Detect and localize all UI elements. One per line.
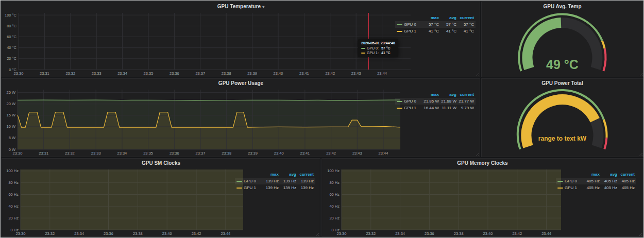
legend-value: 139 Hz	[279, 179, 296, 183]
panel-resize-handle[interactable]	[476, 152, 479, 156]
legend-sort-current[interactable]: current	[617, 172, 635, 177]
svg-text:23:30: 23:30	[14, 71, 24, 76]
legend-series-toggle[interactable]: GPU 0	[236, 179, 261, 183]
svg-text:23:39: 23:39	[247, 71, 257, 76]
legend-value: 139 Hz	[296, 179, 314, 183]
legend-header-row: maxavgcurrent	[235, 171, 315, 178]
tooltip-series-value: 41 °C	[381, 51, 391, 55]
tooltip-timestamp: 2020-05-01 23:44:48	[361, 41, 395, 45]
panel-menu-caret-icon[interactable]: ▾	[262, 5, 264, 9]
legend-value: 41 °C	[456, 29, 474, 33]
legend-series-toggle[interactable]: GPU 0	[557, 179, 582, 183]
svg-text:23:34: 23:34	[74, 231, 84, 236]
legend-series-toggle[interactable]: GPU 1	[397, 106, 421, 110]
svg-text:23:44: 23:44	[221, 231, 231, 236]
panel-title[interactable]: GPU Temperature	[217, 4, 261, 9]
legend-series-toggle[interactable]: GPU 0	[397, 99, 421, 104]
legend-sort-max[interactable]: max	[582, 172, 600, 177]
gauge-threshold-segment-2	[604, 138, 606, 149]
sm-clocks-chart[interactable]: 0 Hz20 Hz40 Hz60 Hz80 Hz100 Hz23:3023:32…	[3, 168, 244, 236]
series-color-dash-icon	[557, 181, 563, 182]
legend-value: 139 Hz	[279, 185, 296, 190]
panel-title[interactable]: GPU Avg. Temp	[543, 4, 581, 9]
panel-title-bar[interactable]: GPU SM Clocks	[2, 159, 320, 168]
power-usage-chart[interactable]: 0 W5 W10 W15 W20 W25 W23:3023:3123:3223:…	[3, 88, 401, 156]
svg-text:40 Hz: 40 Hz	[8, 204, 19, 209]
panel-title[interactable]: GPU Power Total	[541, 80, 583, 86]
svg-text:23:38: 23:38	[222, 151, 231, 156]
legend-sort-max[interactable]: max	[421, 15, 439, 20]
svg-text:20 W: 20 W	[6, 101, 15, 106]
legend-series-toggle[interactable]: GPU 1	[236, 185, 261, 190]
tooltip-row: GPU 0: 57 °C	[361, 46, 395, 50]
svg-text:23:34: 23:34	[117, 71, 127, 76]
memory-clocks-chart[interactable]: 0 Hz20 Hz40 Hz60 Hz80 Hz100 Hz23:3023:32…	[323, 168, 562, 236]
panel-title[interactable]: GPU Memory Clocks	[457, 160, 507, 166]
svg-text:23:42: 23:42	[512, 231, 522, 236]
svg-text:23:43: 23:43	[351, 71, 361, 76]
svg-text:23:36: 23:36	[170, 71, 179, 76]
svg-text:15 W: 15 W	[6, 113, 15, 117]
legend-series-toggle[interactable]: GPU 1	[397, 29, 421, 33]
timeseries-svg: 0 Hz20 Hz40 Hz60 Hz80 Hz100 Hz23:3023:32…	[3, 168, 244, 236]
svg-text:23:42: 23:42	[326, 151, 336, 156]
panel-title-bar[interactable]: GPU Temperature▾	[2, 2, 480, 11]
tooltip-row: GPU 1: 41 °C	[361, 50, 395, 55]
legend-header-row: maxavgcurrent	[395, 14, 476, 21]
panel-resize-handle[interactable]	[639, 232, 642, 236]
legend-series-toggle[interactable]: GPU 0	[397, 22, 421, 27]
svg-text:80 Hz: 80 Hz	[8, 180, 19, 185]
legend-sort-max[interactable]: max	[261, 172, 279, 177]
svg-text:100 Hz: 100 Hz	[6, 168, 19, 173]
timeseries-svg: 0 °C20 °C40 °C60 °C80 °C100 °C23:3023:31…	[3, 11, 412, 76]
legend-sort-current[interactable]: current	[456, 92, 474, 97]
legend-value: 139 Hz	[261, 179, 279, 183]
legend-value: 57 °C	[456, 22, 474, 27]
legend-sort-avg[interactable]: avg	[439, 15, 456, 20]
series-color-dash-icon	[361, 48, 365, 49]
svg-text:23:40: 23:40	[274, 151, 284, 156]
svg-text:23:42: 23:42	[325, 71, 335, 76]
panel-title-bar[interactable]: GPU Power Total	[482, 79, 643, 88]
panel-gpu-avg-temp: GPU Avg. Temp 49 °C	[481, 2, 643, 77]
legend-sort-current[interactable]: current	[456, 15, 474, 20]
svg-text:23:31: 23:31	[39, 151, 48, 156]
legend-sort-current[interactable]: current	[296, 172, 314, 177]
legend-value: 21.86 W	[421, 99, 439, 104]
legend-header-row: maxavgcurrent	[556, 171, 636, 178]
series-color-dash-icon	[236, 188, 242, 189]
svg-text:23:33: 23:33	[91, 151, 101, 156]
gauge-threshold-segment-1	[604, 120, 607, 138]
panel-title-bar[interactable]: GPU Power Usage	[2, 79, 480, 88]
legend-row: GPU 021.86 W21.68 W21.77 W	[395, 98, 476, 105]
svg-text:23:40: 23:40	[483, 231, 493, 236]
temperature-chart[interactable]: 0 °C20 °C40 °C60 °C80 °C100 °C23:3023:31…	[3, 11, 412, 76]
panel-gpu-power-total: GPU Power Total range to text kW	[481, 78, 643, 157]
legend-sort-max[interactable]: max	[421, 92, 439, 97]
legend-sort-avg[interactable]: avg	[279, 172, 296, 177]
legend-row: GPU 0139 Hz139 Hz139 Hz	[235, 178, 315, 184]
legend-value: 405 Hz	[582, 179, 600, 183]
tooltip-series-name: GPU 0:	[367, 46, 379, 50]
series-color-dash-icon	[397, 24, 402, 25]
panel-resize-handle[interactable]	[476, 73, 479, 76]
legend-sort-avg[interactable]: avg	[600, 172, 617, 177]
panel-resize-handle[interactable]	[316, 232, 319, 236]
series-color-dash-icon	[557, 188, 563, 189]
svg-text:23:43: 23:43	[352, 151, 362, 156]
legend-series-toggle[interactable]: GPU 1	[557, 185, 582, 190]
svg-text:23:30: 23:30	[337, 231, 347, 236]
svg-text:23:30: 23:30	[16, 231, 26, 236]
panel-title[interactable]: GPU SM Clocks	[142, 160, 180, 166]
legend-row: GPU 1405 Hz405 Hz405 Hz	[556, 184, 636, 191]
svg-text:23:37: 23:37	[196, 151, 206, 156]
series-line-GPU0	[18, 100, 400, 100]
svg-text:25 W: 25 W	[6, 90, 15, 95]
panel-title-bar[interactable]: GPU Avg. Temp	[482, 2, 643, 11]
grafana-dashboard: GPU Temperature▾ 0 °C20 °C40 °C60 °C80 °…	[0, 0, 644, 238]
series-color-dash-icon	[361, 53, 365, 54]
legend-sort-avg[interactable]: avg	[439, 92, 456, 97]
svg-text:23:30: 23:30	[13, 151, 23, 156]
panel-title[interactable]: GPU Power Usage	[218, 80, 263, 86]
panel-title-bar[interactable]: GPU Memory Clocks	[322, 159, 643, 168]
